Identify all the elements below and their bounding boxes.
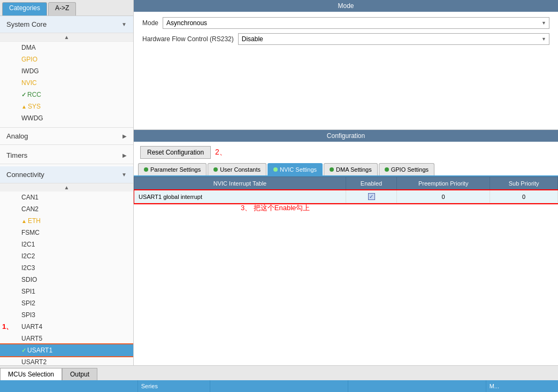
col-enabled: Enabled [346, 177, 397, 190]
col-sub-priority: Sub Priority [490, 177, 558, 190]
config-header: Configuration [134, 130, 558, 142]
mode-label: Mode [142, 19, 158, 27]
interrupt-name-cell: USART1 global interrupt [134, 190, 346, 203]
analog-label: Analog [6, 132, 28, 140]
status-segment-1 [0, 380, 138, 392]
sub-priority-cell: 0 [490, 190, 558, 203]
sidebar-item-usart2[interactable]: USART2 [0, 356, 133, 365]
tab-mcus-selection[interactable]: MCUs Selection [0, 368, 62, 380]
sidebar-item-dma[interactable]: DMA [0, 42, 133, 53]
enabled-cell[interactable]: ✓ [346, 190, 397, 203]
system-core-label: System Core [6, 20, 47, 28]
analog-arrow: ▶ [123, 133, 127, 139]
sidebar-item-can1[interactable]: CAN1 [0, 191, 133, 203]
system-core-arrow: ▼ [121, 21, 127, 27]
bottom-tabs-bar: MCUs Selection Output [0, 365, 558, 380]
tab-user-constants[interactable]: User Constants [208, 163, 266, 175]
timers-label: Timers [6, 151, 27, 159]
mode-select-wrapper: Asynchronous ▼ [163, 17, 549, 29]
sidebar-item-rcc[interactable]: ✓ RCC [0, 89, 133, 101]
system-core-items: DMA GPIO IWDG NVIC ✓ RCC ▲ SYS WWDG [0, 42, 133, 124]
sidebar-top-tabs: Categories A->Z [0, 0, 133, 16]
gpio-tab-dot [385, 167, 389, 172]
connectivity-scroll-up[interactable]: ▲ [0, 183, 133, 191]
annotation-step1: 1、 [2, 322, 13, 332]
rcc-check-icon: ✓ [21, 91, 26, 98]
preemption-cell: 0 [397, 190, 490, 203]
categories-tab[interactable]: Categories [2, 2, 47, 16]
eth-warn-icon: ▲ [21, 218, 27, 224]
timers-arrow: ▶ [123, 152, 127, 158]
dma-tab-dot [330, 167, 334, 172]
sidebar-item-fsmc[interactable]: FSMC [0, 227, 133, 239]
hw-flow-label: Hardware Flow Control (RS232) [142, 35, 234, 43]
sidebar-item-i2c2[interactable]: I2C2 [0, 250, 133, 262]
sidebar-item-can2[interactable]: CAN2 [0, 203, 133, 215]
timers-header[interactable]: Timers ▶ [0, 147, 133, 164]
sidebar-item-i2c1[interactable]: I2C1 [0, 239, 133, 250]
connectivity-header[interactable]: Connectivity ▼ [0, 166, 133, 183]
status-segment-3 [210, 380, 348, 392]
col-preemption: Preemption Priority [397, 177, 490, 190]
status-segment-4 [348, 380, 486, 392]
annotation-3: 3、 把这个Enable勾上 [241, 203, 310, 213]
sidebar-item-uart5[interactable]: UART5 [0, 333, 133, 344]
nvic-table: NVIC Interrupt Table Enabled Preemption … [134, 176, 558, 203]
table-row: USART1 global interrupt ✓ 0 0 [134, 190, 558, 203]
conn-scroll-up-icon[interactable]: ▲ [64, 185, 70, 190]
mode-section: Mode Mode Asynchronous ▼ Hardware Flow [134, 0, 558, 130]
timers-section: Timers ▶ [0, 147, 133, 164]
tab-output[interactable]: Output [62, 368, 97, 380]
sidebar: Categories A->Z System Core ▼ ▲ [0, 0, 134, 365]
sidebar-item-gpio[interactable]: GPIO [0, 53, 133, 65]
analog-section: Analog ▶ [0, 127, 133, 145]
param-tab-dot [144, 167, 148, 172]
sidebar-item-spi3[interactable]: SPI3 [0, 309, 133, 321]
mode-select[interactable]: Asynchronous [163, 17, 549, 29]
mode-header: Mode [134, 0, 558, 12]
sidebar-item-nvic[interactable]: NVIC [0, 77, 133, 89]
col-interrupt-table: NVIC Interrupt Table [134, 177, 346, 190]
right-panel: Mode Mode Asynchronous ▼ Hardware Flow [134, 0, 558, 365]
connectivity-label: Connectivity [6, 171, 44, 179]
nvic-table-container: NVIC Interrupt Table Enabled Preemption … [134, 176, 558, 365]
tab-parameter-settings[interactable]: Parameter Settings [138, 163, 207, 175]
enabled-checkbox[interactable]: ✓ [368, 193, 375, 200]
annotation-2: 2、 [215, 148, 227, 157]
system-core-section: System Core ▼ ▲ DMA GPIO IWDG NVIC ✓ [0, 16, 133, 124]
tab-gpio-settings[interactable]: GPIO Settings [379, 163, 434, 175]
sys-warn-icon: ▲ [21, 104, 27, 110]
connectivity-section: Connectivity ▼ ▲ CAN1 CAN2 ▲ ETH [0, 166, 133, 365]
usart1-check-icon: ✓ [21, 347, 26, 354]
mode-content: Mode Asynchronous ▼ Hardware Flow Contro… [134, 12, 558, 129]
analog-header[interactable]: Analog ▶ [0, 127, 133, 145]
sidebar-item-usart1[interactable]: ✓ USART1 [0, 344, 133, 356]
sidebar-item-iwdg[interactable]: IWDG [0, 65, 133, 77]
reset-config-button[interactable]: Reset Configuration [140, 146, 211, 159]
scroll-up-icon[interactable]: ▲ [64, 34, 70, 40]
hw-flow-select[interactable]: Disable [238, 33, 549, 45]
sidebar-item-i2c3[interactable]: I2C3 [0, 262, 133, 274]
config-tabs: Parameter Settings User Constants NVIC S… [134, 163, 558, 176]
tab-nvic-settings[interactable]: NVIC Settings [267, 163, 323, 175]
sidebar-item-uart4[interactable]: UART4 [0, 321, 133, 333]
az-tab[interactable]: A->Z [48, 2, 76, 16]
sidebar-item-wwdg[interactable]: WWDG [0, 112, 133, 124]
nvic-tab-dot [273, 167, 278, 172]
sidebar-item-spi1[interactable]: SPI1 [0, 286, 133, 297]
connectivity-arrow: ▼ [121, 172, 127, 178]
hw-flow-row: Hardware Flow Control (RS232) Disable ▼ [142, 33, 549, 45]
status-segment-series: Series [138, 380, 210, 392]
sidebar-scroll-up[interactable]: ▲ [0, 33, 133, 42]
mode-row: Mode Asynchronous ▼ [142, 17, 549, 29]
sidebar-item-sdio[interactable]: SDIO [0, 274, 133, 286]
config-toolbar: Reset Configuration 2、 [134, 142, 558, 163]
status-bar: Series M... [0, 380, 558, 392]
sidebar-item-spi2[interactable]: SPI2 [0, 297, 133, 309]
system-core-header[interactable]: System Core ▼ [0, 16, 133, 33]
main-content: Categories A->Z System Core ▼ ▲ [0, 0, 558, 365]
sidebar-item-eth[interactable]: ▲ ETH [0, 215, 133, 227]
sidebar-item-sys[interactable]: ▲ SYS [0, 101, 133, 112]
connectivity-items: CAN1 CAN2 ▲ ETH FSMC I2C1 I2C2 I2C3 SDIO… [0, 191, 133, 365]
tab-dma-settings[interactable]: DMA Settings [324, 163, 378, 175]
